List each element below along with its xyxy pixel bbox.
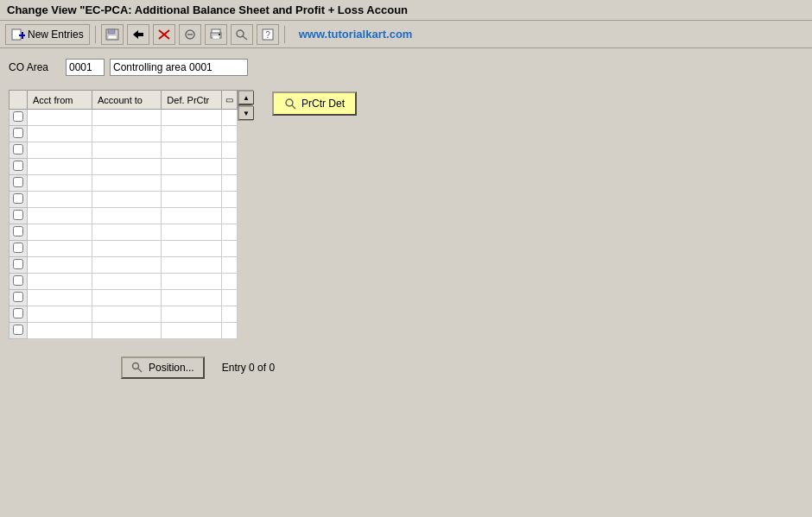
cell-account-to — [92, 306, 162, 323]
table-row — [10, 274, 238, 290]
row-checkbox-cell — [10, 306, 28, 323]
cell-col-select — [222, 126, 238, 142]
cell-account-to — [92, 274, 162, 290]
cell-col-select — [222, 208, 238, 224]
row-checkbox[interactable] — [13, 177, 23, 187]
row-checkbox[interactable] — [13, 308, 23, 318]
scroll-down-button[interactable]: ▼ — [238, 106, 254, 120]
new-entries-button[interactable]: New Entries — [5, 24, 90, 45]
row-checkbox[interactable] — [13, 259, 23, 269]
table-row — [10, 142, 238, 159]
main-content: CO Area Acct from Account to Def. PrCtr … — [0, 48, 812, 389]
cell-col-select — [222, 241, 238, 257]
svg-text:?: ? — [265, 30, 270, 40]
cell-acct-from — [28, 192, 92, 208]
svg-rect-5 — [108, 35, 117, 39]
svg-rect-15 — [219, 34, 220, 35]
back-icon — [131, 28, 145, 41]
cell-col-select — [222, 274, 238, 290]
prctr-area: PrCtr Det — [272, 90, 357, 116]
cell-acct-from — [28, 110, 92, 126]
table-row — [10, 110, 238, 126]
scroll-up-button[interactable]: ▲ — [238, 91, 254, 104]
row-checkbox[interactable] — [13, 128, 23, 138]
cell-def-prctr — [162, 257, 222, 274]
window-title: Change View "EC-PCA: Additional Balance … — [7, 3, 408, 16]
row-checkbox[interactable] — [13, 193, 23, 204]
svg-point-16 — [237, 30, 244, 37]
table-row — [10, 241, 238, 257]
cell-account-to — [92, 208, 162, 224]
co-area-input-short[interactable] — [66, 59, 105, 76]
cell-acct-from — [28, 224, 92, 241]
cell-col-select — [222, 257, 238, 274]
new-entries-label: New Entries — [28, 28, 84, 41]
entry-count: Entry 0 of 0 — [222, 362, 275, 374]
prctr-det-icon — [284, 98, 296, 110]
row-checkbox-cell — [10, 159, 28, 175]
new-entries-icon — [11, 28, 25, 41]
col-header-checkbox — [10, 91, 28, 110]
row-checkbox[interactable] — [13, 144, 23, 154]
row-checkbox[interactable] — [13, 111, 23, 122]
row-checkbox[interactable] — [13, 161, 23, 171]
cell-account-to — [92, 257, 162, 274]
row-checkbox-cell — [10, 274, 28, 290]
cell-def-prctr — [162, 159, 222, 175]
row-checkbox[interactable] — [13, 275, 23, 286]
cell-def-prctr — [162, 126, 222, 142]
cell-def-prctr — [162, 110, 222, 126]
cell-acct-from — [28, 208, 92, 224]
cell-account-to — [92, 192, 162, 208]
table-row — [10, 175, 238, 192]
cell-account-to — [92, 224, 162, 241]
help-button[interactable]: ? — [257, 24, 279, 45]
table-row — [10, 323, 238, 339]
save-button[interactable] — [101, 24, 124, 45]
prctr-det-label: PrCtr Det — [301, 98, 345, 110]
svg-point-20 — [286, 99, 293, 106]
save-icon — [105, 28, 119, 41]
cell-account-to — [92, 290, 162, 306]
co-area-input-long[interactable] — [110, 59, 248, 76]
svg-point-22 — [133, 363, 139, 369]
row-checkbox[interactable] — [13, 210, 23, 220]
watermark: www.tutorialkart.com — [299, 28, 413, 41]
table-row — [10, 290, 238, 306]
cell-def-prctr — [162, 323, 222, 339]
position-button[interactable]: Position... — [121, 356, 205, 379]
table-row — [10, 224, 238, 241]
cell-col-select — [222, 110, 238, 126]
row-checkbox-cell — [10, 290, 28, 306]
row-checkbox[interactable] — [13, 226, 23, 236]
exit-button[interactable] — [153, 24, 175, 45]
cancel-button[interactable] — [179, 24, 201, 45]
cell-col-select — [222, 224, 238, 241]
prctr-det-button[interactable]: PrCtr Det — [272, 91, 357, 116]
cell-account-to — [92, 110, 162, 126]
row-checkbox[interactable] — [13, 292, 23, 302]
cell-col-select — [222, 323, 238, 339]
row-checkbox[interactable] — [13, 325, 23, 335]
cell-account-to — [92, 323, 162, 339]
row-checkbox-cell — [10, 192, 28, 208]
cell-def-prctr — [162, 208, 222, 224]
print-button[interactable] — [205, 24, 227, 45]
cell-account-to — [92, 159, 162, 175]
exit-icon — [157, 28, 171, 41]
col-select-header[interactable]: ▭ — [222, 91, 238, 110]
table-row — [10, 126, 238, 142]
toolbar: New Entries — [0, 21, 812, 48]
cell-account-to — [92, 142, 162, 159]
cell-col-select — [222, 175, 238, 192]
find-button[interactable] — [231, 24, 253, 45]
co-area-row: CO Area — [9, 55, 803, 79]
cell-def-prctr — [162, 224, 222, 241]
cell-def-prctr — [162, 192, 222, 208]
back-button[interactable] — [127, 24, 149, 45]
row-checkbox-cell — [10, 175, 28, 192]
cell-def-prctr — [162, 241, 222, 257]
row-checkbox[interactable] — [13, 243, 23, 253]
svg-line-23 — [138, 369, 142, 372]
svg-line-17 — [243, 36, 247, 40]
